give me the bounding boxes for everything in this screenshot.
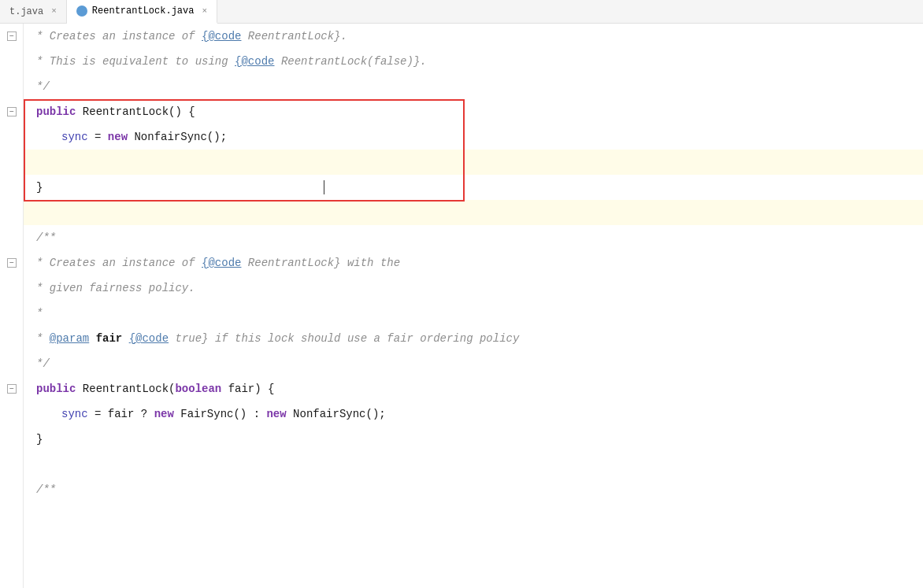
gutter-19 (0, 477, 23, 502)
ide-container: t.java × ReentrantLock.java × − − (0, 0, 923, 588)
gutter-12 (0, 301, 23, 326)
fold-10[interactable]: − (7, 258, 17, 268)
punct-eq-2: = fair ? (88, 408, 154, 420)
code-line-11: * given fairness policy. (24, 276, 923, 301)
code-line-14: */ (24, 351, 923, 376)
gutter: − − − (0, 24, 24, 588)
comment-end-1: */ (36, 80, 50, 93)
gutter-16 (0, 401, 23, 427)
tab-reentrantlock-java-label: ReentrantLock.java (92, 6, 195, 17)
classname-fairsync: FairSync() : (174, 408, 267, 420)
var-sync-1: sync (61, 131, 88, 143)
text-cursor (324, 180, 324, 194)
code-line-15: public ReentrantLock( boolean fair) { (24, 376, 923, 401)
param-fair: fair) { (221, 383, 274, 395)
comment-end-2: */ (36, 357, 50, 370)
keyword-new-2: new (154, 408, 174, 420)
gutter-9 (0, 225, 23, 250)
code-line-19: /** (24, 477, 923, 502)
method-reentrantlock-2: ReentrantLock( (76, 383, 175, 395)
code-line-17: } (24, 427, 923, 452)
tab-t-java-close[interactable]: × (51, 7, 57, 16)
tab-reentrantlock-java-close[interactable]: × (202, 7, 207, 16)
gutter-8 (0, 200, 23, 225)
gutter-14 (0, 351, 23, 376)
gutter-3 (0, 74, 23, 99)
keyword-public-2: public (36, 383, 76, 395)
code-line-18 (24, 452, 923, 477)
comment-star-12: * (36, 307, 43, 320)
classname-nonfairsync: NonfairSync(); (128, 131, 227, 143)
code-area: − − − (0, 24, 923, 588)
comment-text-11: * given fairness policy. (36, 282, 195, 294)
fold-1[interactable]: − (7, 31, 17, 41)
gutter-10: − (0, 250, 23, 276)
code-line-6 (24, 150, 923, 175)
code-line-2: * This is equivalent to using {@code Ree… (24, 49, 923, 74)
keyword-new-1: new (108, 131, 128, 143)
tab-reentrantlock-java[interactable]: ReentrantLock.java × (67, 0, 217, 24)
gutter-1: − (0, 24, 23, 49)
var-sync-2: sync (61, 408, 88, 420)
gutter-5 (0, 124, 23, 150)
tab-t-java[interactable]: t.java × (0, 0, 67, 23)
gutter-17 (0, 427, 23, 452)
code-line-13: * @param fair {@code true} if this lock … (24, 326, 923, 351)
code-content[interactable]: * Creates an instance of {@code Reentran… (24, 24, 923, 588)
gutter-2 (0, 49, 23, 74)
gutter-11 (0, 276, 23, 301)
method-reentrantlock-1: ReentrantLock() { (76, 105, 195, 118)
keyword-new-3: new (266, 408, 286, 420)
tab-bar: t.java × ReentrantLock.java × (0, 0, 923, 24)
fold-4[interactable]: − (7, 107, 17, 116)
close-brace-1: } (36, 181, 43, 194)
gutter-4: − (0, 99, 23, 124)
code-line-10: * Creates an instance of {@code Reentran… (24, 250, 923, 276)
gutter-15: − (0, 376, 23, 401)
tab-t-java-label: t.java (9, 6, 43, 17)
jdoc-start-2: /** (36, 231, 56, 244)
gutter-6 (0, 150, 23, 175)
code-line-7: } (24, 175, 923, 200)
fold-15[interactable]: − (7, 384, 17, 394)
code-line-8 (24, 200, 923, 225)
reentrantlock-tab-icon (76, 6, 87, 17)
code-line-5: sync = new NonfairSync(); (24, 124, 923, 150)
keyword-public-1: public (36, 105, 76, 118)
keyword-boolean: boolean (175, 383, 221, 395)
classname-nonfairsync-2: NonfairSync(); (287, 408, 386, 420)
comment-text-1: * Creates an instance of {@code Reentran… (36, 30, 347, 43)
code-line-3: */ (24, 74, 923, 99)
jdoc-start-3: /** (36, 483, 56, 496)
code-line-12: * (24, 301, 923, 326)
comment-param-13: * @param fair {@code true} if this lock … (36, 332, 519, 345)
close-brace-2: } (36, 433, 43, 446)
gutter-7 (0, 175, 23, 200)
code-line-4: public ReentrantLock() { (24, 99, 923, 124)
code-line-1: * Creates an instance of {@code Reentran… (24, 24, 923, 49)
gutter-18 (0, 452, 23, 477)
comment-text-2: * This is equivalent to using {@code Ree… (36, 55, 427, 68)
code-line-16: sync = fair ? new FairSync() : new Nonfa… (24, 401, 923, 427)
punct-eq-1: = (88, 131, 108, 143)
gutter-13 (0, 326, 23, 351)
comment-text-10: * Creates an instance of {@code Reentran… (36, 257, 400, 269)
code-line-9: /** (24, 225, 923, 250)
